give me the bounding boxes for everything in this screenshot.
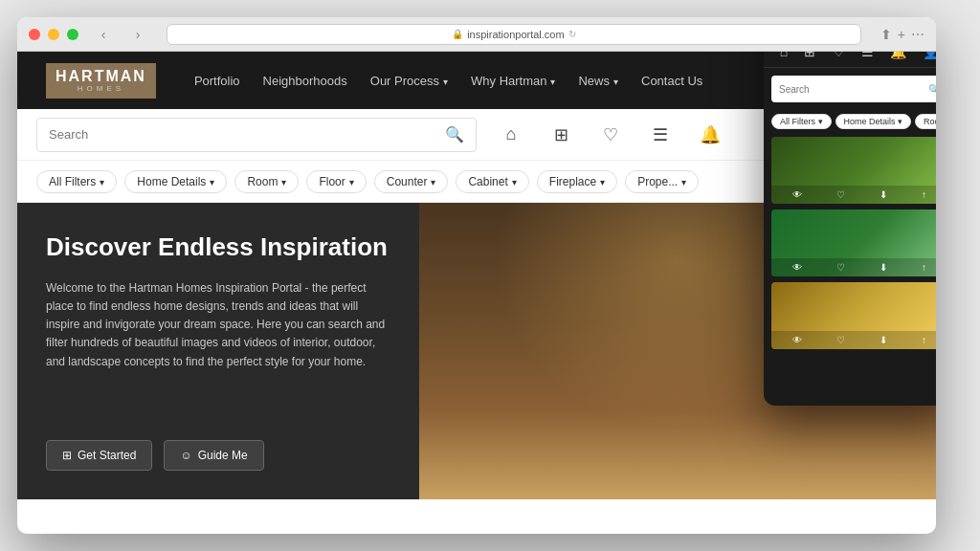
filter-property[interactable]: Prope... — [625, 170, 699, 193]
svg-rect-7 — [515, 375, 802, 490]
chevron-down-icon — [681, 175, 686, 188]
filter-all-filters[interactable]: All Filters — [36, 170, 117, 193]
mobile-image-list: 👁 ♡ ⬇ ↑ 👁 ♡ ⬇ ↑ 👁 — [764, 133, 936, 353]
maximize-button[interactable] — [67, 29, 78, 40]
close-button[interactable] — [29, 29, 40, 40]
chevron-down-icon — [349, 175, 354, 188]
nav-news[interactable]: News — [578, 74, 618, 88]
get-started-button[interactable]: ⊞ Get Started — [46, 440, 152, 471]
svg-rect-4 — [419, 203, 687, 279]
mobile-filter-bar: All Filters ▾ Home Details ▾ Room — [764, 110, 936, 133]
heart-icon[interactable]: ♡ — [591, 116, 630, 154]
mobile-image-card: 👁 ♡ ⬇ ↑ — [771, 137, 936, 204]
filter-fireplace[interactable]: Fireplace — [537, 170, 617, 193]
mobile-image-card: 👁 ♡ ⬇ ↑ — [771, 282, 936, 349]
filter-room[interactable]: Room — [234, 170, 299, 193]
mobile-person-icon[interactable]: 👤 — [923, 52, 936, 59]
heart-icon[interactable]: ♡ — [836, 262, 845, 273]
download-icon[interactable]: ⬇ — [880, 189, 887, 200]
chevron-down-icon — [210, 175, 214, 188]
download-icon[interactable]: ⬇ — [880, 335, 887, 345]
mobile-search-icon[interactable]: 🔍 — [928, 84, 936, 95]
heart-icon[interactable]: ♡ — [836, 189, 845, 200]
back-button[interactable]: ‹ — [94, 25, 113, 44]
hero-left: Discover Endless Inspiration Welcome to … — [17, 203, 419, 499]
share-icon[interactable]: ↑ — [922, 335, 926, 345]
svg-point-13 — [721, 227, 768, 275]
mobile-filter-all[interactable]: All Filters ▾ — [771, 114, 832, 129]
list-icon[interactable]: ☰ — [641, 116, 679, 154]
filter-floor[interactable]: Floor — [306, 170, 366, 193]
person-icon: ☺ — [180, 449, 191, 462]
nav-why-hartman[interactable]: Why Hartman — [471, 74, 555, 88]
share-icon[interactable]: ⬆ — [880, 27, 892, 42]
mobile-home-icon[interactable]: ⌂ — [780, 52, 788, 59]
share-icon[interactable]: ↑ — [922, 262, 926, 273]
mobile-heart-icon[interactable]: ♡ — [833, 52, 845, 59]
image-actions: 👁 ♡ ⬇ ↑ — [771, 331, 936, 349]
chevron-down-icon — [100, 175, 104, 188]
mobile-grid-icon[interactable]: ⊞ — [804, 52, 815, 59]
toolbar-icons: ⌂ ⊞ ♡ ☰ 🔔 — [492, 116, 729, 154]
share-icon[interactable]: ↑ — [922, 189, 926, 200]
mobile-overlay-window: HARTMAN HOMES ≡ ⌂ ⊞ ♡ ☰ 🔔 👤 🔍 All Filter… — [764, 52, 936, 406]
search-input[interactable] — [49, 127, 437, 142]
logo-sub: HOMES — [56, 84, 146, 93]
chevron-down-icon — [431, 175, 435, 188]
svg-rect-11 — [668, 432, 706, 490]
svg-rect-9 — [553, 432, 591, 490]
chevron-down-icon — [600, 175, 605, 188]
view-icon[interactable]: 👁 — [792, 262, 802, 273]
mobile-filter-room[interactable]: Room — [915, 114, 936, 129]
chevron-down-icon — [512, 175, 517, 188]
mobile-search-bar: 🔍 — [771, 76, 936, 102]
minimize-button[interactable] — [48, 29, 59, 40]
forward-button[interactable]: › — [128, 25, 147, 44]
guide-me-button[interactable]: ☺ Guide Me — [164, 440, 263, 471]
logo[interactable]: HARTMAN HOMES — [46, 63, 156, 99]
mobile-filter-home-details[interactable]: Home Details ▾ — [835, 114, 912, 129]
more-icon[interactable]: ⋯ — [911, 27, 924, 42]
svg-rect-6 — [553, 208, 678, 275]
bell-icon[interactable]: 🔔 — [691, 116, 729, 154]
heart-icon[interactable]: ♡ — [836, 335, 845, 345]
mobile-image-card: 👁 ♡ ⬇ ↑ — [771, 209, 936, 276]
hero-title: Discover Endless Inspiration — [46, 231, 390, 264]
nav-our-process[interactable]: Our Process — [370, 74, 448, 88]
grid-icon[interactable]: ⊞ — [542, 116, 580, 154]
search-bar: 🔍 — [36, 118, 477, 152]
nav-portfolio[interactable]: Portfolio — [194, 74, 240, 88]
browser-window: ‹ › 🔒 inspirationportal.com ↻ ⬆ + ⋯ HART… — [17, 17, 936, 534]
titlebar-actions: ⬆ + ⋯ — [880, 27, 924, 42]
download-icon[interactable]: ⬇ — [880, 262, 887, 273]
site-content: HARTMAN HOMES Portfolio Neighborhoods Ou… — [17, 52, 936, 534]
home-icon[interactable]: ⌂ — [492, 116, 530, 154]
search-button[interactable]: 🔍 — [445, 125, 464, 143]
filter-cabinet[interactable]: Cabinet — [456, 170, 528, 193]
url-text: inspirationportal.com — [467, 29, 565, 40]
view-icon[interactable]: 👁 — [792, 189, 802, 200]
nav-neighborhoods[interactable]: Neighborhoods — [263, 74, 347, 88]
url-bar[interactable]: 🔒 inspirationportal.com ↻ — [167, 24, 861, 45]
filter-counter[interactable]: Counter — [374, 170, 449, 193]
view-icon[interactable]: 👁 — [792, 335, 802, 345]
mobile-bell-icon[interactable]: 🔔 — [890, 52, 906, 59]
add-tab-icon[interactable]: + — [898, 27, 905, 42]
filter-home-details[interactable]: Home Details — [124, 170, 227, 193]
chevron-down-icon — [281, 175, 286, 188]
svg-point-12 — [591, 222, 630, 260]
grid-icon: ⊞ — [62, 449, 72, 462]
mobile-search-input[interactable] — [779, 84, 923, 95]
hero-description: Welcome to the Hartman Homes Inspiration… — [46, 279, 390, 371]
svg-rect-10 — [611, 432, 649, 490]
logo-brand: HARTMAN — [56, 69, 146, 84]
svg-rect-5 — [429, 208, 544, 275]
svg-rect-8 — [515, 370, 802, 385]
mobile-nav-icons: ⌂ ⊞ ♡ ☰ 🔔 👤 — [764, 52, 936, 68]
mobile-list-icon[interactable]: ☰ — [861, 52, 874, 59]
nav-contact[interactable]: Contact Us — [641, 74, 702, 88]
svg-point-14 — [553, 203, 668, 318]
image-actions: 👁 ♡ ⬇ ↑ — [771, 186, 936, 204]
mac-titlebar: ‹ › 🔒 inspirationportal.com ↻ ⬆ + ⋯ — [17, 17, 936, 52]
image-actions: 👁 ♡ ⬇ ↑ — [771, 258, 936, 276]
